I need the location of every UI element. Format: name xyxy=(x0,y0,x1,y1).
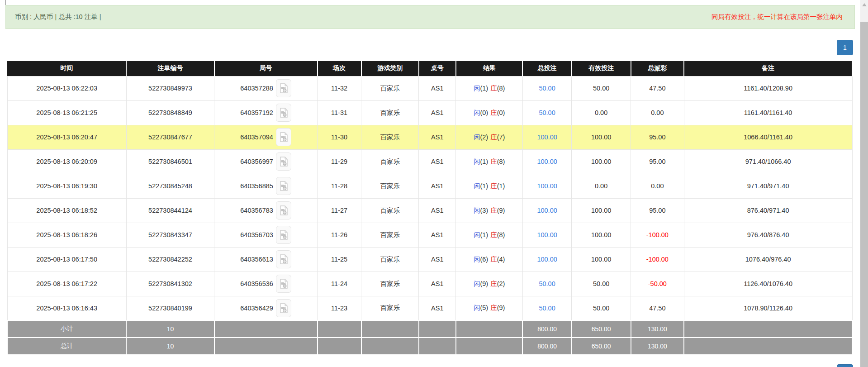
video-replay-button[interactable] xyxy=(276,153,291,171)
cell-time: 2025-08-13 06:16:43 xyxy=(7,296,126,320)
cell-bet-id: 522730847677 xyxy=(126,125,214,149)
cell-bet-id: 522730846501 xyxy=(126,149,214,174)
cell-total-bet: 50.00 xyxy=(522,296,571,320)
video-replay-button[interactable] xyxy=(276,79,291,97)
cell-session: 11-24 xyxy=(318,272,361,296)
result-player: 闲 xyxy=(474,182,480,190)
total-bet-link[interactable]: 50.00 xyxy=(539,85,555,92)
video-replay-button[interactable] xyxy=(276,275,291,293)
cell-game-type: 百家乐 xyxy=(361,223,419,247)
pagination-page-1-top[interactable]: 1 xyxy=(837,40,853,55)
subtotal-valid-bet: 650.00 xyxy=(572,320,631,338)
total-bet-link[interactable]: 100.00 xyxy=(537,231,557,238)
table-row: 2025-08-13 06:21:25 522730848849 6403571… xyxy=(7,100,852,125)
cell-round-id: 640356703 xyxy=(214,223,318,247)
round-id-text: 640357192 xyxy=(240,109,273,116)
cell-bet-id: 522730849973 xyxy=(126,76,214,100)
result-player: 闲 xyxy=(474,109,480,116)
cell-remark: 971.40/1066.40 xyxy=(684,149,852,174)
cell-total-bet: 50.00 xyxy=(522,272,571,296)
round-id-text: 640356783 xyxy=(240,207,273,214)
cell-time: 2025-08-13 06:19:30 xyxy=(7,174,126,198)
cell-time: 2025-08-13 06:18:52 xyxy=(7,198,126,223)
table-row: 2025-08-13 06:16:43 522730840199 6403564… xyxy=(7,296,852,320)
result-banker-score: (1) xyxy=(497,182,505,190)
total-bet-link[interactable]: 50.00 xyxy=(539,305,555,312)
cell-game-type: 百家乐 xyxy=(361,174,419,198)
cell-round-id: 640356997 xyxy=(214,149,318,174)
pagination-page-1-bottom[interactable]: 1 xyxy=(837,364,853,367)
result-banker: 庄 xyxy=(490,207,497,214)
result-player: 闲 xyxy=(474,280,480,287)
result-banker-score: (8) xyxy=(497,85,505,92)
result-banker: 庄 xyxy=(490,158,497,165)
table-row: 2025-08-13 06:20:47 522730847677 6403570… xyxy=(7,125,852,149)
cell-remark: 1161.40/1161.40 xyxy=(684,100,852,125)
cell-remark: 876.40/971.40 xyxy=(684,198,852,223)
cell-bet-id: 522730848849 xyxy=(126,100,214,125)
cell-round-id: 640357094 xyxy=(214,125,318,149)
cell-payout: 47.50 xyxy=(631,296,684,320)
total-bet-link[interactable]: 50.00 xyxy=(539,280,555,287)
column-header-session: 场次 xyxy=(318,61,361,76)
vertical-scrollbar-thumb[interactable] xyxy=(860,22,868,367)
video-file-icon xyxy=(279,132,288,143)
scrollbar-up-arrow-icon[interactable] xyxy=(862,3,867,6)
round-id-text: 640357094 xyxy=(240,133,273,141)
subtotal-total-bet: 800.00 xyxy=(522,320,571,338)
total-bet-link[interactable]: 100.00 xyxy=(537,207,557,214)
video-replay-button[interactable] xyxy=(276,299,291,317)
cell-result: 闲(6)庄(4) xyxy=(456,247,523,272)
bet-records-table: 时间 注单编号 局号 场次 游戏类别 桌号 结果 总投注 有效投注 总派彩 备注… xyxy=(7,61,853,355)
cell-table-id: AS1 xyxy=(419,198,456,223)
total-bet-link[interactable]: 50.00 xyxy=(539,109,555,116)
column-header-valid-bet: 有效投注 xyxy=(572,61,631,76)
cell-time: 2025-08-13 06:17:22 xyxy=(7,272,126,296)
cell-payout: -50.00 xyxy=(631,272,684,296)
result-banker-score: (8) xyxy=(497,158,505,165)
round-id-text: 640356613 xyxy=(240,256,273,263)
table-header: 时间 注单编号 局号 场次 游戏类别 桌号 结果 总投注 有效投注 总派彩 备注 xyxy=(7,61,852,76)
video-replay-button[interactable] xyxy=(276,250,291,268)
result-player-score: (1) xyxy=(480,231,488,238)
cell-time: 2025-08-13 06:18:26 xyxy=(7,223,126,247)
cell-round-id: 640357288 xyxy=(214,76,318,100)
total-label: 总计 xyxy=(7,338,126,355)
result-banker: 庄 xyxy=(490,304,497,311)
cell-round-id: 640357192 xyxy=(214,100,318,125)
table-row: 2025-08-13 06:18:26 522730843347 6403567… xyxy=(7,223,852,247)
total-count: 10 xyxy=(126,338,214,355)
total-bet-link[interactable]: 100.00 xyxy=(537,133,557,141)
cell-table-id: AS1 xyxy=(419,296,456,320)
cell-game-type: 百家乐 xyxy=(361,272,419,296)
result-banker: 庄 xyxy=(490,256,497,263)
cell-game-type: 百家乐 xyxy=(361,149,419,174)
cell-result: 闲(3)庄(9) xyxy=(456,198,523,223)
round-id-text: 640356885 xyxy=(240,182,273,190)
subtotal-row: 小计 10 800.00 650.00 130.00 xyxy=(7,320,852,338)
table-row: 2025-08-13 06:17:22 522730841302 6403565… xyxy=(7,272,852,296)
video-replay-button[interactable] xyxy=(276,128,291,146)
cell-bet-id: 522730843347 xyxy=(126,223,214,247)
result-banker: 庄 xyxy=(490,85,497,92)
total-bet-link[interactable]: 100.00 xyxy=(537,182,557,190)
video-replay-button[interactable] xyxy=(276,177,291,195)
result-banker-score: (0) xyxy=(497,109,505,116)
total-bet-link[interactable]: 100.00 xyxy=(537,158,557,165)
total-bet-link[interactable]: 100.00 xyxy=(537,256,557,263)
subtotal-label: 小计 xyxy=(7,320,126,338)
result-player-score: (9) xyxy=(480,280,488,287)
subtotal-count: 10 xyxy=(126,320,214,338)
video-replay-button[interactable] xyxy=(276,104,291,122)
cell-payout: -100.00 xyxy=(631,247,684,272)
cell-total-bet: 100.00 xyxy=(522,149,571,174)
video-replay-button[interactable] xyxy=(276,226,291,244)
video-replay-button[interactable] xyxy=(276,201,291,219)
cell-table-id: AS1 xyxy=(419,223,456,247)
video-file-icon xyxy=(279,254,288,265)
cell-session: 11-28 xyxy=(318,174,361,198)
cell-total-bet: 100.00 xyxy=(522,223,571,247)
result-banker-score: (9) xyxy=(497,304,505,311)
cell-remark: 1126.40/1076.40 xyxy=(684,272,852,296)
cell-payout: 47.50 xyxy=(631,76,684,100)
